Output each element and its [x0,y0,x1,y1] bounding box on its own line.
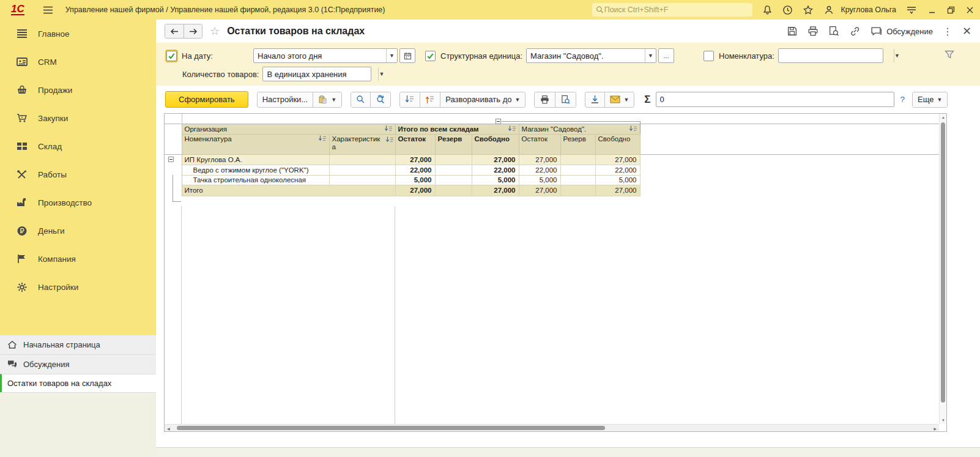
structural-unit-input[interactable] [527,49,645,62]
get-link-icon[interactable] [849,26,861,37]
column-header-store-rezerv[interactable]: Резерв [560,134,595,154]
column-header-total-group[interactable]: Итого по всем складам [395,124,519,134]
help-link[interactable]: ? [900,95,905,104]
value-cell[interactable]: 27,000 [519,154,560,165]
home-page-tab[interactable]: Начальная страница [0,335,156,354]
sidebar-item-main[interactable]: Главное [0,20,156,48]
autosum-input[interactable] [656,92,894,107]
nomenclature-cell[interactable]: Ведро с отжимом круглое ("YORK") [182,165,329,175]
back-button[interactable] [165,24,184,38]
nomenclature-checkbox[interactable] [703,51,714,61]
value-cell[interactable] [435,154,472,165]
sidebar-item-sales[interactable]: Продажи [0,76,156,104]
characteristic-cell[interactable] [329,165,395,175]
vertical-scrollbar-thumb[interactable] [941,122,945,403]
value-cell[interactable]: 5,000 [519,175,560,185]
send-email-button[interactable]: ▼ [604,92,634,107]
column-header-organization[interactable]: Организация [182,124,395,134]
find-button[interactable] [351,92,370,107]
save-file-button[interactable] [585,92,604,107]
expand-to-button[interactable]: Разворачивать до ▼ [440,92,525,107]
sidebar-item-money[interactable]: Деньги [0,217,156,245]
scroll-right-arrow[interactable]: ▶ [934,426,937,431]
scroll-up-arrow[interactable]: ▲ [941,116,945,119]
save-icon[interactable] [787,26,798,37]
close-window-button[interactable] [966,6,974,14]
notifications-bell-icon[interactable] [762,5,773,15]
print-button[interactable] [535,92,555,107]
sidebar-item-settings[interactable]: Настройки [0,273,156,301]
value-cell[interactable]: 22,000 [595,165,640,175]
on-date-checkbox[interactable] [166,51,177,61]
value-cell[interactable]: 27,000 [395,154,435,165]
sidebar-item-crm[interactable]: CRM [0,48,156,76]
sidebar-item-company[interactable]: Компания [0,245,156,273]
value-cell[interactable] [435,185,472,196]
column-header-store-svobodno[interactable]: Свободно [595,134,640,154]
active-report-tab[interactable]: Остатки товаров на складах [0,374,156,392]
user-icon[interactable] [823,5,834,15]
structural-unit-dropdown-icon[interactable]: ▼ [645,49,656,62]
horizontal-scrollbar-thumb[interactable] [177,426,605,430]
value-cell[interactable]: 5,000 [595,175,640,185]
history-icon[interactable] [782,5,793,15]
collapse-groups-button[interactable] [420,92,440,107]
value-cell[interactable] [560,185,595,196]
on-date-dropdown-icon[interactable]: ▼ [386,49,397,62]
vertical-scrollbar[interactable]: ▲ ▼ [939,114,946,424]
discussions-tab[interactable]: Обсуждения [0,354,156,374]
value-cell[interactable]: 27,000 [595,154,640,165]
column-header-total-ostatok[interactable]: Остаток [395,134,435,154]
column-header-store-group[interactable]: Магазин "Садовод". [519,124,640,134]
settings-button[interactable]: Настройки... [258,92,313,107]
collapse-column-group-icon[interactable] [496,119,501,124]
sidebar-item-production[interactable]: Производство [0,188,156,217]
total-label-cell[interactable]: Итого [182,185,395,196]
sidebar-item-works[interactable]: Работы [0,160,156,188]
report-variants-button[interactable]: ▼ [313,92,341,107]
value-cell[interactable]: 27,000 [472,154,519,165]
value-cell[interactable]: 22,000 [472,165,519,175]
global-search[interactable] [592,3,752,17]
value-cell[interactable]: 5,000 [472,175,519,185]
more-button[interactable]: Еще ▼ [913,92,947,107]
value-cell[interactable]: 27,000 [472,185,519,196]
value-cell[interactable]: 22,000 [395,165,435,175]
value-cell[interactable] [435,165,472,175]
sidebar-item-purchases[interactable]: Закупки [0,104,156,132]
scroll-down-arrow[interactable]: ▼ [941,418,945,422]
group-label-cell[interactable]: ИП Круглова О.А. [182,154,329,165]
nomenclature-dropdown-icon[interactable]: ▼ [894,49,900,62]
characteristic-cell[interactable] [329,154,395,165]
sort-icon[interactable] [508,125,516,132]
value-cell[interactable] [560,175,595,185]
expand-groups-button[interactable] [400,92,420,107]
current-user-name[interactable]: Круглова Ольга [841,6,896,14]
value-cell[interactable] [560,154,595,165]
search-input[interactable] [604,6,749,14]
value-cell[interactable]: 27,000 [519,185,560,196]
value-cell[interactable] [560,165,595,175]
sort-icon[interactable] [629,125,637,132]
main-menu-icon[interactable] [43,6,53,14]
print-preview-icon[interactable] [828,26,839,37]
autosum-sigma-icon[interactable]: Σ [644,94,650,106]
collapse-row-icon[interactable] [168,157,174,162]
column-header-store-ostatok[interactable]: Остаток [519,134,560,154]
preview-button[interactable] [555,92,576,107]
calendar-button[interactable] [399,48,415,63]
discussion-button[interactable]: Обсуждение [870,26,933,37]
nomenclature-input[interactable] [779,49,894,62]
close-report-icon[interactable]: ✕ [962,24,971,38]
value-cell[interactable]: 27,000 [395,185,435,196]
column-header-total-svobodno[interactable]: Свободно [472,134,519,154]
on-date-input[interactable] [254,49,386,62]
sidebar-item-warehouse[interactable]: Склад [0,132,156,160]
structural-unit-checkbox[interactable] [425,51,436,61]
horizontal-scrollbar[interactable]: ◀ ▶ [165,424,939,431]
find-next-button[interactable] [370,92,390,107]
value-cell[interactable]: 27,000 [595,185,640,196]
structural-unit-ellipsis-button[interactable]: ... [658,48,674,63]
value-cell[interactable]: 22,000 [519,165,560,175]
service-menu-icon[interactable] [906,6,917,15]
